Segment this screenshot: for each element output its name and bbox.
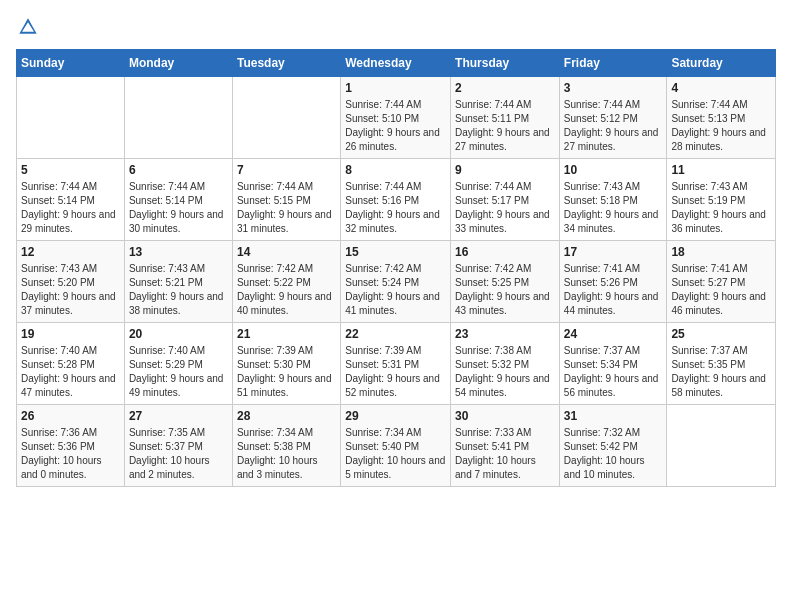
- calendar-header-row: SundayMondayTuesdayWednesdayThursdayFrid…: [17, 50, 776, 77]
- day-info: Sunrise: 7:41 AM Sunset: 5:27 PM Dayligh…: [671, 262, 771, 318]
- day-number: 18: [671, 245, 771, 259]
- day-number: 30: [455, 409, 555, 423]
- calendar-cell: 10Sunrise: 7:43 AM Sunset: 5:18 PM Dayli…: [559, 159, 667, 241]
- day-header-sunday: Sunday: [17, 50, 125, 77]
- day-info: Sunrise: 7:32 AM Sunset: 5:42 PM Dayligh…: [564, 426, 663, 482]
- calendar-cell: 28Sunrise: 7:34 AM Sunset: 5:38 PM Dayli…: [232, 405, 340, 487]
- day-info: Sunrise: 7:38 AM Sunset: 5:32 PM Dayligh…: [455, 344, 555, 400]
- calendar-cell: 25Sunrise: 7:37 AM Sunset: 5:35 PM Dayli…: [667, 323, 776, 405]
- day-info: Sunrise: 7:37 AM Sunset: 5:34 PM Dayligh…: [564, 344, 663, 400]
- day-number: 15: [345, 245, 446, 259]
- day-number: 26: [21, 409, 120, 423]
- day-number: 7: [237, 163, 336, 177]
- day-info: Sunrise: 7:40 AM Sunset: 5:29 PM Dayligh…: [129, 344, 228, 400]
- day-number: 22: [345, 327, 446, 341]
- day-info: Sunrise: 7:34 AM Sunset: 5:40 PM Dayligh…: [345, 426, 446, 482]
- calendar-cell: 13Sunrise: 7:43 AM Sunset: 5:21 PM Dayli…: [124, 241, 232, 323]
- calendar-week-row: 1Sunrise: 7:44 AM Sunset: 5:10 PM Daylig…: [17, 77, 776, 159]
- calendar-cell: [667, 405, 776, 487]
- calendar-week-row: 5Sunrise: 7:44 AM Sunset: 5:14 PM Daylig…: [17, 159, 776, 241]
- day-info: Sunrise: 7:44 AM Sunset: 5:16 PM Dayligh…: [345, 180, 446, 236]
- page-header: [16, 16, 776, 37]
- day-info: Sunrise: 7:33 AM Sunset: 5:41 PM Dayligh…: [455, 426, 555, 482]
- day-info: Sunrise: 7:44 AM Sunset: 5:13 PM Dayligh…: [671, 98, 771, 154]
- day-info: Sunrise: 7:44 AM Sunset: 5:15 PM Dayligh…: [237, 180, 336, 236]
- day-info: Sunrise: 7:34 AM Sunset: 5:38 PM Dayligh…: [237, 426, 336, 482]
- calendar-cell: 18Sunrise: 7:41 AM Sunset: 5:27 PM Dayli…: [667, 241, 776, 323]
- day-info: Sunrise: 7:44 AM Sunset: 5:10 PM Dayligh…: [345, 98, 446, 154]
- day-header-friday: Friday: [559, 50, 667, 77]
- day-info: Sunrise: 7:42 AM Sunset: 5:24 PM Dayligh…: [345, 262, 446, 318]
- calendar-cell: 19Sunrise: 7:40 AM Sunset: 5:28 PM Dayli…: [17, 323, 125, 405]
- calendar-cell: 21Sunrise: 7:39 AM Sunset: 5:30 PM Dayli…: [232, 323, 340, 405]
- calendar-cell: 16Sunrise: 7:42 AM Sunset: 5:25 PM Dayli…: [451, 241, 560, 323]
- day-header-saturday: Saturday: [667, 50, 776, 77]
- day-header-wednesday: Wednesday: [341, 50, 451, 77]
- calendar-cell: 7Sunrise: 7:44 AM Sunset: 5:15 PM Daylig…: [232, 159, 340, 241]
- day-number: 17: [564, 245, 663, 259]
- logo-icon: [18, 17, 38, 37]
- day-header-monday: Monday: [124, 50, 232, 77]
- day-number: 23: [455, 327, 555, 341]
- logo: [16, 16, 40, 37]
- day-number: 24: [564, 327, 663, 341]
- calendar-cell: [17, 77, 125, 159]
- day-number: 21: [237, 327, 336, 341]
- day-info: Sunrise: 7:39 AM Sunset: 5:31 PM Dayligh…: [345, 344, 446, 400]
- day-info: Sunrise: 7:42 AM Sunset: 5:25 PM Dayligh…: [455, 262, 555, 318]
- day-number: 10: [564, 163, 663, 177]
- day-number: 6: [129, 163, 228, 177]
- day-info: Sunrise: 7:36 AM Sunset: 5:36 PM Dayligh…: [21, 426, 120, 482]
- calendar-cell: [124, 77, 232, 159]
- calendar-cell: 9Sunrise: 7:44 AM Sunset: 5:17 PM Daylig…: [451, 159, 560, 241]
- calendar-cell: 12Sunrise: 7:43 AM Sunset: 5:20 PM Dayli…: [17, 241, 125, 323]
- day-number: 29: [345, 409, 446, 423]
- calendar-cell: 3Sunrise: 7:44 AM Sunset: 5:12 PM Daylig…: [559, 77, 667, 159]
- day-info: Sunrise: 7:41 AM Sunset: 5:26 PM Dayligh…: [564, 262, 663, 318]
- day-info: Sunrise: 7:35 AM Sunset: 5:37 PM Dayligh…: [129, 426, 228, 482]
- day-number: 12: [21, 245, 120, 259]
- calendar-cell: 23Sunrise: 7:38 AM Sunset: 5:32 PM Dayli…: [451, 323, 560, 405]
- calendar-cell: 31Sunrise: 7:32 AM Sunset: 5:42 PM Dayli…: [559, 405, 667, 487]
- calendar-cell: 17Sunrise: 7:41 AM Sunset: 5:26 PM Dayli…: [559, 241, 667, 323]
- day-number: 13: [129, 245, 228, 259]
- day-info: Sunrise: 7:44 AM Sunset: 5:14 PM Dayligh…: [21, 180, 120, 236]
- day-info: Sunrise: 7:43 AM Sunset: 5:19 PM Dayligh…: [671, 180, 771, 236]
- calendar-week-row: 12Sunrise: 7:43 AM Sunset: 5:20 PM Dayli…: [17, 241, 776, 323]
- calendar-cell: 26Sunrise: 7:36 AM Sunset: 5:36 PM Dayli…: [17, 405, 125, 487]
- day-number: 16: [455, 245, 555, 259]
- day-number: 28: [237, 409, 336, 423]
- day-number: 9: [455, 163, 555, 177]
- day-number: 1: [345, 81, 446, 95]
- calendar-cell: 20Sunrise: 7:40 AM Sunset: 5:29 PM Dayli…: [124, 323, 232, 405]
- day-number: 25: [671, 327, 771, 341]
- day-info: Sunrise: 7:44 AM Sunset: 5:12 PM Dayligh…: [564, 98, 663, 154]
- day-number: 14: [237, 245, 336, 259]
- day-info: Sunrise: 7:39 AM Sunset: 5:30 PM Dayligh…: [237, 344, 336, 400]
- day-number: 8: [345, 163, 446, 177]
- day-header-tuesday: Tuesday: [232, 50, 340, 77]
- day-info: Sunrise: 7:44 AM Sunset: 5:14 PM Dayligh…: [129, 180, 228, 236]
- day-number: 5: [21, 163, 120, 177]
- day-number: 19: [21, 327, 120, 341]
- calendar-table: SundayMondayTuesdayWednesdayThursdayFrid…: [16, 49, 776, 487]
- day-info: Sunrise: 7:44 AM Sunset: 5:17 PM Dayligh…: [455, 180, 555, 236]
- day-number: 11: [671, 163, 771, 177]
- day-number: 27: [129, 409, 228, 423]
- calendar-cell: 1Sunrise: 7:44 AM Sunset: 5:10 PM Daylig…: [341, 77, 451, 159]
- calendar-cell: 2Sunrise: 7:44 AM Sunset: 5:11 PM Daylig…: [451, 77, 560, 159]
- day-number: 4: [671, 81, 771, 95]
- calendar-cell: 4Sunrise: 7:44 AM Sunset: 5:13 PM Daylig…: [667, 77, 776, 159]
- day-info: Sunrise: 7:40 AM Sunset: 5:28 PM Dayligh…: [21, 344, 120, 400]
- calendar-cell: 5Sunrise: 7:44 AM Sunset: 5:14 PM Daylig…: [17, 159, 125, 241]
- calendar-cell: [232, 77, 340, 159]
- calendar-cell: 27Sunrise: 7:35 AM Sunset: 5:37 PM Dayli…: [124, 405, 232, 487]
- day-number: 31: [564, 409, 663, 423]
- calendar-cell: 11Sunrise: 7:43 AM Sunset: 5:19 PM Dayli…: [667, 159, 776, 241]
- calendar-cell: 14Sunrise: 7:42 AM Sunset: 5:22 PM Dayli…: [232, 241, 340, 323]
- day-header-thursday: Thursday: [451, 50, 560, 77]
- day-number: 20: [129, 327, 228, 341]
- day-number: 2: [455, 81, 555, 95]
- day-info: Sunrise: 7:42 AM Sunset: 5:22 PM Dayligh…: [237, 262, 336, 318]
- day-info: Sunrise: 7:44 AM Sunset: 5:11 PM Dayligh…: [455, 98, 555, 154]
